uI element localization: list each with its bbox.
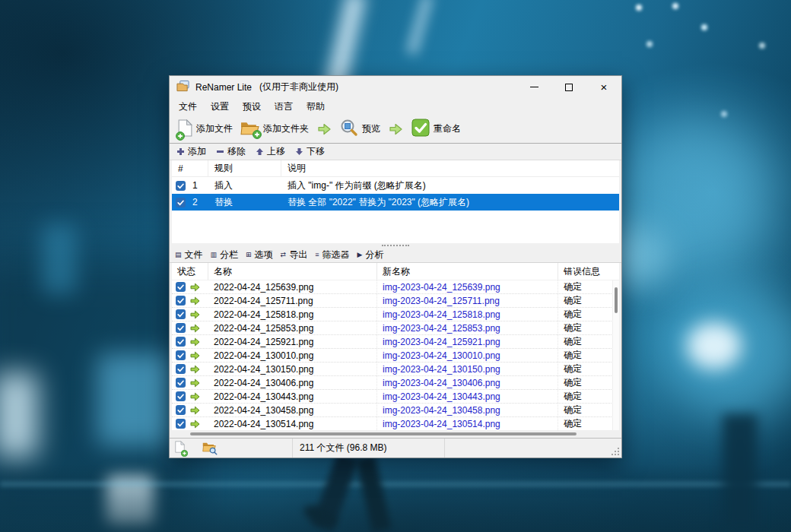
file-row[interactable]: 2022-04-24_125921.png img-2023-04-24_125… bbox=[172, 335, 619, 349]
file-status-cell bbox=[172, 321, 208, 334]
file-new-name: img-2023-04-24_130458.png bbox=[377, 404, 558, 416]
file-new-name: img-2023-04-24_125639.png bbox=[377, 280, 558, 293]
rename-arrow-icon bbox=[190, 310, 200, 319]
close-button[interactable]: × bbox=[586, 76, 621, 98]
preview-label: 预览 bbox=[362, 122, 380, 135]
checkbox-checked-icon[interactable] bbox=[176, 405, 186, 415]
file-row[interactable]: 2022-04-24_130010.png img-2023-04-24_130… bbox=[172, 349, 619, 363]
maximize-button[interactable] bbox=[551, 76, 586, 98]
rule-move-up-label: 上移 bbox=[267, 145, 285, 158]
statusbar-empty-panel bbox=[445, 439, 621, 458]
menu-file[interactable]: 文件 bbox=[172, 98, 204, 116]
rule-move-down-label: 下移 bbox=[307, 145, 325, 158]
resize-grip[interactable] bbox=[612, 448, 620, 456]
horizontal-scrollbar-thumb[interactable] bbox=[190, 432, 577, 435]
rule-row-insert[interactable]: 1 插入 插入 "img-" 作为前缀 (忽略扩展名) bbox=[172, 177, 619, 194]
tab-analyze[interactable]: ▶ 分析 bbox=[357, 249, 383, 261]
rename-arrow-icon bbox=[190, 378, 200, 388]
bg-bokeh-light bbox=[687, 322, 742, 369]
bg-window-light bbox=[42, 224, 77, 294]
rename-arrow-icon bbox=[190, 324, 200, 333]
file-row[interactable]: 2022-04-24_130443.png img-2023-04-24_130… bbox=[172, 390, 619, 404]
checkbox-checked-icon[interactable] bbox=[176, 282, 186, 292]
file-row[interactable]: 2022-04-24_130150.png img-2023-04-24_130… bbox=[172, 363, 619, 376]
menu-settings[interactable]: 设置 bbox=[204, 98, 236, 116]
file-new-name: img-2023-04-24_130514.png bbox=[377, 417, 558, 430]
file-status: 确定 bbox=[558, 390, 619, 403]
title-bar[interactable]: ReNamer Lite (仅用于非商业使用) × bbox=[170, 76, 621, 98]
preview-button[interactable]: 预览 bbox=[336, 117, 384, 141]
rule-remove-button[interactable]: 移除 bbox=[214, 144, 247, 159]
rule-description: 替换 全部 "2022" 替换为 "2023" (忽略扩展名) bbox=[281, 196, 619, 209]
tab-label: 分析 bbox=[365, 249, 383, 261]
checkbox-checked-icon[interactable] bbox=[176, 198, 186, 207]
rule-add-button[interactable]: 添加 bbox=[175, 144, 208, 159]
plus-badge-icon bbox=[181, 450, 188, 457]
add-files-button[interactable]: 添加文件 bbox=[174, 118, 237, 141]
file-row[interactable]: 2022-04-24_130458.png img-2023-04-24_130… bbox=[172, 404, 619, 417]
file-new-name: img-2023-04-24_125818.png bbox=[377, 308, 558, 321]
file-status: 确定 bbox=[558, 404, 619, 416]
statusbar-folder-search-icon[interactable] bbox=[202, 442, 216, 454]
options-tab-icon: ⊞ bbox=[246, 252, 252, 258]
file-row[interactable]: 2022-04-24_125711.png img-2023-04-24_125… bbox=[172, 294, 619, 308]
rule-move-down-button[interactable]: 下移 bbox=[294, 144, 326, 159]
rules-header-num: # bbox=[172, 160, 208, 176]
add-files-label: 添加文件 bbox=[196, 122, 233, 135]
tab-export[interactable]: ⇄ 导出 bbox=[281, 249, 308, 261]
tab-columns[interactable]: ▥ 分栏 bbox=[211, 249, 239, 261]
checkbox-checked-icon[interactable] bbox=[176, 323, 186, 333]
checkbox-checked-icon[interactable] bbox=[176, 350, 186, 360]
files-tab-icon: ▤ bbox=[175, 252, 182, 258]
menu-language[interactable]: 语言 bbox=[268, 98, 300, 116]
rename-button[interactable]: 重命名 bbox=[408, 117, 465, 141]
minimize-button[interactable] bbox=[516, 76, 551, 98]
checkbox-checked-icon[interactable] bbox=[176, 181, 186, 191]
file-status: 确定 bbox=[558, 321, 619, 334]
tab-files[interactable]: ▤ 文件 bbox=[175, 249, 203, 261]
file-new-name: img-2023-04-24_130150.png bbox=[377, 363, 558, 375]
panel-tab-bar: ▤ 文件 ▥ 分栏 ⊞ 选项 ⇄ 导出 ≡ 筛选器 ▶ 分析 bbox=[170, 248, 621, 263]
checkbox-checked-icon[interactable] bbox=[176, 419, 186, 429]
file-status-cell bbox=[172, 376, 208, 389]
rule-row-replace-selected[interactable]: 2 替换 替换 全部 "2022" 替换为 "2023" (忽略扩展名) bbox=[172, 194, 619, 211]
rule-move-up-button[interactable]: 上移 bbox=[254, 144, 287, 159]
window-controls: × bbox=[516, 76, 621, 98]
file-new-name: img-2023-04-24_130443.png bbox=[377, 390, 558, 403]
file-new-name: img-2023-04-24_130010.png bbox=[377, 349, 558, 362]
file-status-cell bbox=[172, 349, 208, 362]
file-name: 2022-04-24_125921.png bbox=[208, 335, 377, 348]
checkbox-checked-icon[interactable] bbox=[176, 364, 186, 374]
file-row[interactable]: 2022-04-24_130406.png img-2023-04-24_130… bbox=[172, 376, 619, 390]
vertical-scrollbar-thumb[interactable] bbox=[615, 287, 618, 313]
rule-remove-label: 移除 bbox=[227, 145, 246, 158]
checkbox-checked-icon[interactable] bbox=[176, 337, 186, 347]
file-status-cell bbox=[172, 308, 208, 321]
file-row[interactable]: 2022-04-24_125818.png img-2023-04-24_125… bbox=[172, 308, 619, 321]
file-name: 2022-04-24_130406.png bbox=[208, 376, 377, 389]
checkbox-checked-icon[interactable] bbox=[176, 378, 186, 388]
tab-options[interactable]: ⊞ 选项 bbox=[246, 249, 273, 261]
file-row[interactable]: 2022-04-24_130514.png img-2023-04-24_130… bbox=[172, 417, 619, 430]
columns-tab-icon: ▥ bbox=[211, 252, 218, 258]
add-folders-label: 添加文件夹 bbox=[263, 122, 309, 135]
tab-label: 文件 bbox=[185, 249, 203, 261]
vertical-scrollbar[interactable] bbox=[612, 280, 619, 430]
files-header: 状态 名称 新名称 错误信息 bbox=[172, 263, 619, 280]
checkbox-checked-icon[interactable] bbox=[176, 309, 186, 319]
menu-help[interactable]: 帮助 bbox=[300, 98, 332, 116]
tab-filter[interactable]: ≡ 筛选器 bbox=[315, 249, 349, 261]
analyze-tab-icon: ▶ bbox=[357, 252, 362, 258]
file-row[interactable]: 2022-04-24_125639.png img-2023-04-24_125… bbox=[172, 280, 619, 294]
file-new-name: img-2023-04-24_130406.png bbox=[377, 376, 558, 389]
horizontal-scrollbar[interactable] bbox=[172, 430, 619, 438]
menu-presets[interactable]: 预设 bbox=[236, 98, 268, 116]
add-folders-button[interactable]: 添加文件夹 bbox=[237, 119, 313, 139]
flow-arrow-icon bbox=[389, 123, 402, 135]
checkbox-checked-icon[interactable] bbox=[176, 391, 186, 401]
bg-street-line bbox=[0, 482, 791, 486]
file-row[interactable]: 2022-04-24_125853.png img-2023-04-24_125… bbox=[172, 321, 619, 335]
statusbar-add-file-icon[interactable] bbox=[175, 441, 185, 455]
bg-pole-silhouette bbox=[723, 414, 758, 532]
checkbox-checked-icon[interactable] bbox=[176, 296, 186, 306]
